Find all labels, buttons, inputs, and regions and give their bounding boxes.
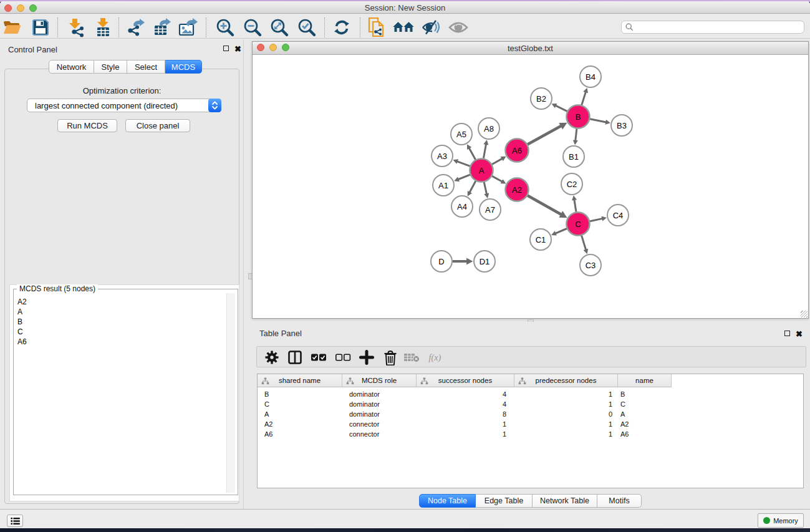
edge-A6-B[interactable] bbox=[528, 126, 561, 145]
table-row-A6[interactable]: A6connector11A6 bbox=[258, 429, 672, 439]
mcds-result-item[interactable]: C bbox=[14, 327, 229, 337]
deselect-all-rows-button[interactable] bbox=[334, 348, 352, 367]
zoom-out-icon bbox=[243, 17, 263, 37]
cell-predecessor-nodes: 1 bbox=[514, 389, 618, 399]
mcds-result-item[interactable]: B bbox=[14, 317, 229, 327]
mcds-result-item[interactable]: A2 bbox=[14, 297, 229, 307]
delete-column-button[interactable] bbox=[381, 348, 400, 367]
export-table-button[interactable] bbox=[151, 17, 173, 37]
cell-shared-name: A2 bbox=[258, 419, 342, 429]
hide-selected-button[interactable] bbox=[420, 17, 442, 37]
open-session-button[interactable] bbox=[1, 17, 23, 37]
node-label-A6: A6 bbox=[512, 146, 522, 155]
column-header-name[interactable]: name bbox=[618, 374, 672, 387]
tab-network-table[interactable]: Network Table bbox=[533, 494, 597, 508]
column-header-MCDS-role[interactable]: MCDS role bbox=[342, 374, 417, 387]
edge-C-C4[interactable] bbox=[590, 218, 602, 221]
table-panel: Table Panel ✖ bbox=[244, 322, 810, 509]
refresh-layout-button[interactable] bbox=[330, 17, 353, 37]
run-mcds-button[interactable]: Run MCDS bbox=[57, 119, 117, 132]
show-selected-button[interactable] bbox=[447, 17, 470, 37]
tab-style[interactable]: Style bbox=[94, 60, 127, 74]
close-panel-button[interactable]: Close panel bbox=[125, 119, 190, 132]
toolbar-separator bbox=[324, 17, 325, 37]
table-row-C[interactable]: Cdominator41C bbox=[258, 399, 672, 409]
add-column-button[interactable] bbox=[357, 348, 376, 367]
table-settings-button[interactable] bbox=[263, 348, 281, 367]
close-panel-icon[interactable]: ✖ bbox=[234, 46, 241, 52]
tab-mcds[interactable]: MCDS bbox=[165, 60, 202, 74]
search-input[interactable] bbox=[634, 23, 796, 32]
memory-label: Memory bbox=[773, 517, 798, 525]
export-image-icon bbox=[178, 17, 199, 37]
node-table[interactable]: shared name MCDS role successor nodes pr… bbox=[257, 374, 804, 488]
zoom-fit-icon bbox=[269, 17, 289, 37]
edge-C-C3[interactable] bbox=[582, 236, 586, 250]
edge-A2-C[interactable] bbox=[528, 196, 561, 215]
import-table-button[interactable] bbox=[92, 17, 114, 37]
window-resize-grip[interactable] bbox=[801, 311, 808, 317]
cell-name: A6 bbox=[618, 429, 672, 439]
edge-C-C2[interactable] bbox=[574, 200, 576, 212]
edge-A-A5[interactable] bbox=[469, 148, 475, 160]
task-history-button[interactable] bbox=[7, 515, 23, 527]
memory-button[interactable]: Memory bbox=[758, 513, 804, 528]
table-row-B[interactable]: Bdominator41B bbox=[258, 389, 672, 399]
edge-A-A3[interactable] bbox=[457, 162, 470, 167]
edge-B-B2[interactable] bbox=[556, 105, 567, 111]
edge-A-A4[interactable] bbox=[470, 181, 476, 192]
network-canvas[interactable]: AA6A2BCA1A3A4A5A7A8B1B2B3B4C1C2C3C4DD1 bbox=[253, 56, 808, 318]
network-window-titlebar[interactable]: testGlobe.txt bbox=[253, 42, 808, 55]
export-network-button[interactable] bbox=[125, 17, 147, 37]
zoom-selected-button[interactable] bbox=[296, 17, 318, 37]
network-manager-button[interactable] bbox=[392, 17, 415, 37]
attribute-type-icon bbox=[261, 377, 269, 385]
edge-A-A8[interactable] bbox=[483, 144, 486, 158]
edge-A-A1[interactable] bbox=[458, 175, 470, 180]
tab-motifs[interactable]: Motifs bbox=[597, 494, 642, 508]
tab-node-table[interactable]: Node Table bbox=[419, 494, 476, 508]
edge-B-B4[interactable] bbox=[582, 92, 586, 105]
edge-A-A7[interactable] bbox=[484, 182, 486, 194]
table-row-A2[interactable]: A2connector11A2 bbox=[258, 419, 672, 429]
tab-edge-table[interactable]: Edge Table bbox=[476, 494, 533, 508]
criterion-dropdown[interactable]: largest connected component (directed) bbox=[27, 99, 221, 112]
search-box[interactable] bbox=[621, 21, 804, 34]
mcds-result-item[interactable]: A bbox=[14, 307, 229, 317]
cell-shared-name: A6 bbox=[258, 429, 342, 439]
clone-network-button[interactable] bbox=[365, 17, 388, 37]
tab-select[interactable]: Select bbox=[127, 60, 165, 74]
import-table-icon bbox=[93, 17, 113, 37]
cell-shared-name: A bbox=[258, 409, 342, 419]
import-network-button[interactable] bbox=[64, 17, 87, 37]
edge-B-B3[interactable] bbox=[590, 119, 606, 122]
search-icon bbox=[625, 23, 634, 31]
edge-C-C1[interactable] bbox=[555, 229, 567, 234]
edge-B-B1[interactable] bbox=[576, 128, 577, 140]
mcds-result-list[interactable]: A2ABCA6 bbox=[14, 297, 229, 347]
column-header-shared-name[interactable]: shared name bbox=[258, 374, 342, 387]
edge-A-A2[interactable] bbox=[492, 176, 502, 181]
select-all-rows-button[interactable] bbox=[309, 348, 328, 367]
column-header-successor-nodes[interactable]: successor nodes bbox=[417, 374, 514, 387]
float-panel-icon[interactable] bbox=[223, 46, 229, 51]
zoom-fit-button[interactable] bbox=[268, 17, 291, 37]
save-session-button[interactable] bbox=[29, 17, 52, 37]
zoom-in-button[interactable] bbox=[214, 17, 236, 37]
table-row-A[interactable]: Adominator80A bbox=[258, 409, 672, 419]
result-list-scrollbar[interactable] bbox=[226, 293, 235, 493]
table-close-panel-icon[interactable]: ✖ bbox=[796, 331, 803, 337]
table-float-panel-icon[interactable] bbox=[784, 331, 790, 336]
tab-network[interactable]: Network bbox=[49, 60, 94, 74]
mcds-result-item[interactable]: A6 bbox=[14, 337, 229, 347]
cell-name: B bbox=[618, 389, 672, 399]
show-columns-button[interactable] bbox=[286, 348, 304, 367]
export-image-button[interactable] bbox=[177, 17, 200, 37]
toolbar-separator bbox=[206, 17, 206, 37]
zoom-out-button[interactable] bbox=[241, 17, 264, 37]
show-eye-icon bbox=[448, 19, 469, 36]
cell-successor-nodes: 4 bbox=[417, 399, 514, 409]
columns-icon bbox=[287, 350, 302, 365]
edge-A-A6[interactable] bbox=[492, 158, 503, 164]
column-header-predecessor-nodes[interactable]: predecessor nodes bbox=[514, 374, 618, 387]
